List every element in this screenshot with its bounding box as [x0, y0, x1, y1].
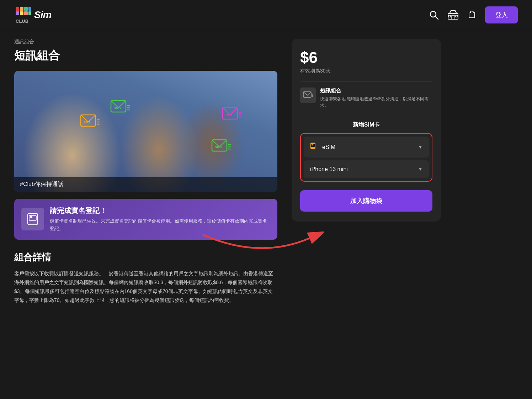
price-display: $6 — [300, 49, 432, 66]
svg-rect-4 — [28, 7, 31, 11]
svg-rect-1 — [16, 7, 19, 11]
svg-rect-12 — [448, 14, 458, 19]
search-icon — [429, 10, 439, 20]
section-title: 組合詳情 — [14, 251, 277, 264]
product-thumb — [300, 87, 316, 103]
esim-icon — [310, 142, 318, 152]
logo-icon: CLUB — [14, 6, 33, 24]
sim-section-title: 新增SIM卡 — [300, 121, 432, 129]
search-button[interactable] — [429, 10, 439, 20]
svg-point-10 — [430, 11, 436, 17]
product-info-row: 短訊組合 快速聯繫各地 隨時隨地透過SMS對外溝通，以滿足不同需求。 — [300, 81, 432, 114]
product-card: $6 有效期為30天 短訊組合 快速聯繫各地 隨時隨地透過SMS對外溝通，以滿足… — [292, 39, 441, 222]
promo-text: 請完成實名登記！ 儲值卡實名制現已生效。未完成實名登記的儲值卡會被停用。如需使用… — [50, 206, 270, 233]
chevron-down-icon-2: ▼ — [418, 167, 422, 172]
product-name: 短訊組合 — [320, 87, 432, 94]
svg-rect-45 — [312, 144, 313, 145]
store-icon — [447, 10, 459, 20]
product-desc: 快速聯繫各地 隨時隨地透過SMS對外溝通，以滿足不同需求。 — [320, 96, 432, 108]
esim-dropdown[interactable]: eSIM ▼ — [304, 137, 429, 158]
cart-icon — [467, 10, 477, 20]
product-info-text: 短訊組合 快速聯繫各地 隨時隨地透過SMS對外溝通，以滿足不同需求。 — [320, 87, 432, 108]
device-dropdown[interactable]: iPhone 13 mini ▼ — [304, 160, 429, 178]
store-button[interactable] — [447, 10, 459, 20]
svg-rect-6 — [20, 11, 23, 15]
svg-rect-14 — [448, 15, 451, 17]
logo[interactable]: CLUB Sim — [14, 6, 51, 24]
promo-title: 請完成實名登記！ — [50, 206, 270, 216]
svg-rect-8 — [28, 11, 31, 15]
header: CLUB Sim 登入 — [0, 0, 532, 30]
sim-dropdown-wrapper: eSIM ▼ iPhone 13 mini ▼ — [300, 133, 432, 182]
svg-rect-13 — [451, 16, 455, 19]
hero-caption: #Club你保持通話 — [14, 177, 277, 192]
sim-card-icon — [26, 213, 39, 225]
promo-banner: 請完成實名登記！ 儲值卡實名制現已生效。未完成實名登記的儲值卡會被停用。如需使用… — [14, 199, 277, 240]
svg-rect-7 — [24, 11, 28, 15]
right-column: $6 有效期為30天 短訊組合 快速聯繫各地 隨時隨地透過SMS對外溝通，以滿足… — [292, 39, 441, 305]
svg-rect-15 — [456, 15, 458, 17]
esim-label: eSIM — [322, 144, 335, 150]
svg-rect-5 — [16, 11, 19, 15]
logo-text: Sim — [34, 9, 51, 21]
section-body: 客戶需按以下收費以訂購發送短訊服務。 於香港傳送至香港其他網絡的用戶之文字短訊則… — [14, 269, 277, 305]
svg-line-11 — [436, 17, 438, 20]
svg-text:CLUB: CLUB — [16, 18, 28, 24]
svg-rect-38 — [30, 216, 32, 218]
chevron-down-icon: ▼ — [418, 145, 422, 150]
promo-icon — [21, 208, 44, 230]
header-right: 登入 — [429, 6, 518, 23]
sms-thumb-icon — [303, 91, 313, 99]
hero-image: SMS SMS — [14, 71, 277, 192]
cart-button[interactable] — [467, 10, 477, 20]
login-button[interactable]: 登入 — [485, 6, 518, 23]
page-title: 短訊組合 — [14, 48, 277, 64]
validity-text: 有效期為30天 — [300, 68, 432, 74]
main-content: 通訊組合 短訊組合 SMS — [0, 30, 532, 319]
device-label: iPhone 13 mini — [310, 166, 348, 172]
left-column: 通訊組合 短訊組合 SMS — [14, 39, 277, 305]
svg-rect-2 — [20, 7, 23, 11]
svg-rect-3 — [24, 7, 28, 11]
add-to-cart-button[interactable]: 加入購物袋 — [300, 190, 432, 212]
breadcrumb: 通訊組合 — [14, 39, 277, 45]
promo-body: 儲值卡實名制現已生效。未完成實名登記的儲值卡會被停用。如需使用服務，請於儲值卡有… — [50, 218, 270, 233]
